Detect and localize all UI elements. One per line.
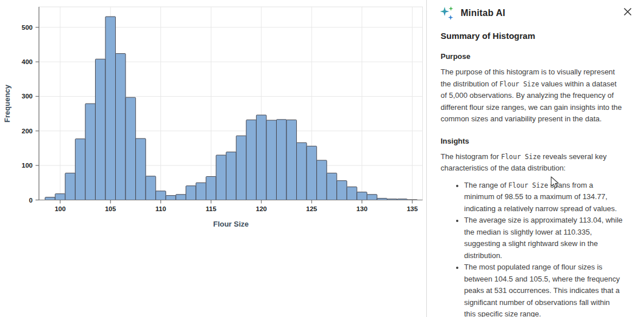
y-tick-label: 300 (22, 93, 33, 100)
y-tick-label: 0 (29, 197, 33, 204)
x-tick-label: 115 (206, 205, 217, 212)
x-tick-label: 135 (407, 205, 418, 212)
histogram-bar[interactable] (65, 173, 76, 200)
histogram-bar[interactable] (166, 196, 176, 200)
histogram-bar[interactable] (357, 192, 367, 200)
histogram-bar[interactable] (297, 142, 307, 200)
histogram-bar[interactable] (226, 152, 237, 200)
insights-intro: The histogram for Flour Size reveals sev… (441, 151, 633, 175)
panel-body[interactable]: Summary of Histogram Purpose The purpose… (427, 31, 644, 317)
histogram-chart[interactable]: 1001051101151201251301350100200300400500… (0, 0, 426, 240)
purpose-heading: Purpose (441, 52, 633, 61)
histogram-bar[interactable] (276, 120, 286, 200)
y-tick-label: 500 (22, 24, 33, 31)
y-tick-label: 400 (22, 58, 33, 65)
histogram-bar[interactable] (216, 155, 226, 200)
histogram-bar[interactable] (317, 160, 327, 200)
insights-heading: Insights (441, 137, 633, 145)
histogram-bar[interactable] (85, 104, 96, 200)
histogram-bar[interactable] (337, 181, 347, 200)
histogram-bar[interactable] (105, 17, 116, 200)
histogram-bar[interactable] (236, 136, 246, 200)
x-tick-label: 130 (356, 205, 367, 212)
y-tick-label: 200 (22, 128, 33, 134)
histogram-bar[interactable] (95, 59, 105, 200)
sparkle-icon (439, 6, 455, 21)
histogram-bar[interactable] (246, 120, 257, 200)
histogram-bar[interactable] (266, 120, 277, 200)
histogram-bar[interactable] (286, 120, 297, 200)
insights-list: The range of Flour Size spans from amini… (441, 180, 633, 317)
histogram-bar[interactable] (176, 195, 186, 200)
histogram-bar[interactable] (45, 197, 56, 200)
x-tick-label: 125 (306, 205, 317, 212)
histogram-bar[interactable] (367, 195, 377, 200)
histogram-bar[interactable] (327, 173, 337, 200)
histogram-chart-region[interactable]: 1001051101151201251301350100200300400500… (0, 0, 426, 317)
histogram-bar[interactable] (186, 186, 196, 200)
x-tick-label: 105 (105, 205, 116, 212)
histogram-bar[interactable] (156, 191, 166, 200)
histogram-bar[interactable] (196, 183, 206, 200)
y-tick-label: 100 (22, 162, 33, 169)
x-tick-label: 120 (256, 205, 267, 212)
app-window: 1001051101151201251301350100200300400500… (0, 0, 644, 317)
x-tick-label: 110 (155, 205, 166, 212)
histogram-bar[interactable] (256, 115, 266, 200)
histogram-bar[interactable] (347, 187, 357, 200)
y-axis-title: Frequency (3, 84, 11, 122)
insight-item-average: The average size is approximately 113.04… (464, 215, 633, 261)
histogram-bar[interactable] (75, 139, 85, 200)
close-button[interactable] (621, 5, 634, 18)
histogram-bar[interactable] (206, 176, 217, 200)
histogram-bar[interactable] (146, 176, 156, 200)
histogram-bar[interactable] (125, 97, 136, 200)
panel-header: Minitab AI (439, 5, 634, 22)
insight-item-peak: The most populated range of flour sizes … (464, 261, 633, 317)
panel-title: Minitab AI (461, 8, 505, 18)
close-icon (623, 7, 632, 16)
x-axis-title: Flour Size (213, 220, 249, 228)
histogram-bar[interactable] (55, 194, 65, 200)
x-tick-label: 100 (54, 205, 65, 212)
insight-item-range: The range of Flour Size spans from amini… (464, 180, 633, 215)
histogram-bar[interactable] (116, 54, 126, 200)
summary-heading: Summary of Histogram (441, 31, 633, 41)
purpose-text: The purpose of this histogram is to visu… (441, 66, 633, 125)
minitab-ai-panel: Minitab AI Summary of Histogram Purpose … (427, 0, 644, 317)
histogram-bar[interactable] (136, 138, 146, 200)
histogram-bar[interactable] (307, 146, 317, 200)
